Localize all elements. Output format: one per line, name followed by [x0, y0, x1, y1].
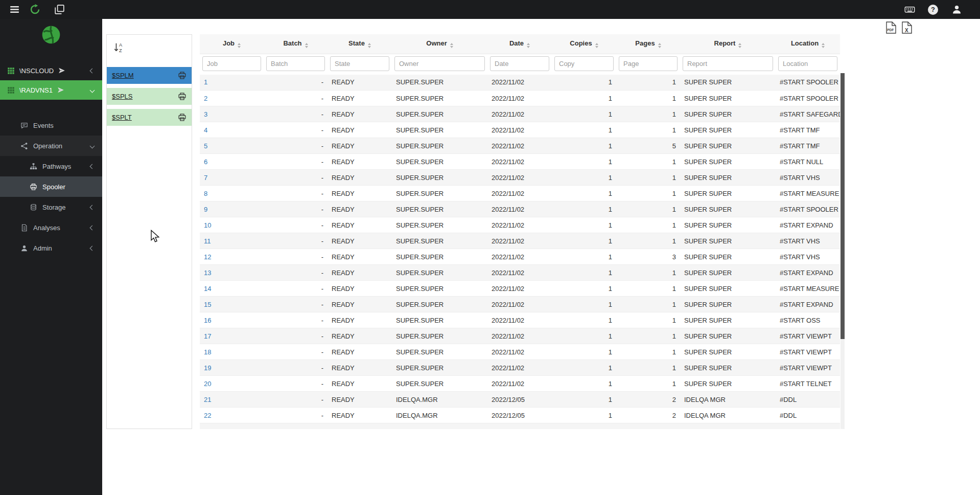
table-row[interactable]: 15-READYSUPER.SUPER2022/11/0211SUPER SUP…: [200, 297, 840, 312]
table-row[interactable]: 13-READYSUPER.SUPER2022/11/0211SUPER SUP…: [200, 265, 840, 281]
help-icon[interactable]: ?: [925, 0, 941, 19]
job-number-link[interactable]: 21: [204, 396, 211, 403]
cell-location: #START SPOOLER: [776, 91, 840, 106]
export-excel-button[interactable]: X: [901, 21, 913, 35]
table-row[interactable]: 7-READYSUPER.SUPER2022/11/0211SUPER SUPE…: [200, 170, 840, 186]
column-header-owner[interactable]: Owner: [392, 34, 487, 54]
table-row[interactable]: 2-READYSUPER.SUPER2022/11/0211SUPER SUPE…: [200, 91, 840, 106]
spooler-item-spls[interactable]: $SPLS: [107, 88, 192, 105]
sidebar-item-admin[interactable]: Admin: [0, 238, 102, 258]
filter-input-owner[interactable]: [394, 56, 485, 71]
job-number-link[interactable]: 22: [204, 412, 211, 419]
job-number-link[interactable]: 13: [204, 269, 211, 277]
spooler-label[interactable]: $SPLT: [112, 114, 132, 121]
cell-report: SUPER SUPER: [680, 138, 776, 154]
filter-input-location[interactable]: [778, 56, 837, 71]
sidebar-system-nscloud[interactable]: \NSCLOUD: [0, 61, 102, 80]
column-header-job[interactable]: Job: [200, 34, 264, 54]
user-icon[interactable]: [948, 0, 965, 19]
spooler-item-splm[interactable]: $SPLM: [107, 67, 192, 84]
filter-input-state[interactable]: [330, 56, 389, 71]
sort-arrows-icon: [450, 43, 453, 48]
filter-input-job[interactable]: [202, 56, 261, 71]
vertical-scrollbar[interactable]: [841, 73, 845, 429]
sidebar-item-storage[interactable]: Storage: [0, 197, 102, 217]
job-number-link[interactable]: 3: [204, 110, 207, 118]
menu-label: Storage: [42, 204, 66, 211]
spooler-label[interactable]: $SPLM: [112, 72, 134, 79]
job-number-link[interactable]: 17: [204, 332, 211, 340]
job-number-link[interactable]: 8: [204, 190, 207, 197]
spooler-label[interactable]: $SPLS: [112, 93, 132, 100]
column-header-batch[interactable]: Batch: [264, 34, 328, 54]
table-row[interactable]: 4-READYSUPER.SUPER2022/11/0211SUPER SUPE…: [200, 122, 840, 138]
sort-alpha-button[interactable]: A Z: [112, 41, 126, 55]
table-row[interactable]: 21-READYIDELQA.MGR2022/12/0512IDELQA MGR…: [200, 392, 840, 408]
sidebar-item-pathways[interactable]: Pathways: [0, 156, 102, 176]
table-row[interactable]: 19-READYSUPER.SUPER2022/11/0211SUPER SUP…: [200, 360, 840, 376]
filter-input-report[interactable]: [683, 56, 773, 71]
cell-owner: SUPER.SUPER: [392, 186, 487, 201]
cell-copies: 1: [552, 376, 616, 392]
table-row[interactable]: 16-READYSUPER.SUPER2022/11/0211SUPER SUP…: [200, 312, 840, 328]
filter-input-batch[interactable]: [266, 56, 325, 71]
sitemap-icon: [30, 163, 37, 170]
column-header-report[interactable]: Report: [680, 34, 776, 54]
table-row[interactable]: 14-READYSUPER.SUPER2022/11/0211SUPER SUP…: [200, 281, 840, 297]
column-header-pages[interactable]: Pages: [616, 34, 680, 54]
table-row[interactable]: 8-READYSUPER.SUPER2022/11/0211SUPER SUPE…: [200, 186, 840, 201]
scrollbar-thumb[interactable]: [841, 73, 845, 339]
cell-copies: 1: [552, 75, 616, 91]
sidebar-system-radvns1[interactable]: \RADVNS1: [0, 80, 102, 100]
column-header-state[interactable]: State: [328, 34, 392, 54]
filter-input-pages[interactable]: [619, 56, 678, 71]
windows-copy-icon[interactable]: [51, 0, 67, 19]
job-number-link[interactable]: 16: [204, 317, 211, 324]
sidebar-item-spooler[interactable]: Spooler: [0, 176, 102, 197]
menu-icon[interactable]: [6, 0, 22, 19]
filter-input-copies[interactable]: [554, 56, 614, 71]
job-number-link[interactable]: 18: [204, 348, 211, 356]
job-number-link[interactable]: 12: [204, 253, 211, 261]
job-number-link[interactable]: 15: [204, 301, 211, 308]
job-number-link[interactable]: 1: [204, 78, 207, 86]
column-header-location[interactable]: Location: [776, 34, 840, 54]
table-row[interactable]: 23-READYIDELQA.MGR2022/12/05112IDELQA MG…: [200, 423, 840, 430]
filter-input-date[interactable]: [490, 56, 549, 71]
table-row[interactable]: 11-READYSUPER.SUPER2022/11/0211SUPER SUP…: [200, 233, 840, 249]
table-row[interactable]: 22-READYIDELQA.MGR2022/12/0512IDELQA MGR…: [200, 408, 840, 423]
job-number-link[interactable]: 5: [204, 142, 207, 150]
job-number-link[interactable]: 14: [204, 285, 211, 292]
sidebar-item-analyses[interactable]: Analyses: [0, 217, 102, 238]
table-row[interactable]: 5-READYSUPER.SUPER2022/11/0215SUPER SUPE…: [200, 138, 840, 154]
column-header-copies[interactable]: Copies: [552, 34, 616, 54]
table-row[interactable]: 6-READYSUPER.SUPER2022/11/0211SUPER SUPE…: [200, 154, 840, 170]
job-number-link[interactable]: 7: [204, 174, 207, 182]
job-number-link[interactable]: 19: [204, 364, 211, 372]
table-row[interactable]: 1-READYSUPER.SUPER2022/11/0211SUPER SUPE…: [200, 75, 840, 91]
job-number-link[interactable]: 9: [204, 206, 207, 213]
sidebar-item-events[interactable]: Events: [0, 115, 102, 136]
job-number-link[interactable]: 2: [204, 95, 207, 102]
table-row[interactable]: 12-READYSUPER.SUPER2022/11/0213SUPER SUP…: [200, 249, 840, 265]
table-row[interactable]: 9-READYSUPER.SUPER2022/11/0211SUPER SUPE…: [200, 201, 840, 217]
table-row[interactable]: 18-READYSUPER.SUPER2022/11/0211SUPER SUP…: [200, 344, 840, 360]
cell-batch: -: [264, 170, 328, 186]
job-number-link[interactable]: 4: [204, 126, 207, 134]
column-header-date[interactable]: Date: [487, 34, 552, 54]
cell-state: READY: [328, 392, 392, 408]
spooler-item-splt[interactable]: $SPLT: [107, 109, 192, 126]
sidebar-item-operation[interactable]: Operation: [0, 136, 102, 156]
table-row[interactable]: 3-READYSUPER.SUPER2022/11/0211SUPER SUPE…: [200, 106, 840, 122]
job-number-link[interactable]: 11: [204, 237, 211, 245]
job-number-link[interactable]: 23: [204, 428, 211, 430]
table-row[interactable]: 17-READYSUPER.SUPER2022/11/0211SUPER SUP…: [200, 328, 840, 344]
job-number-link[interactable]: 6: [204, 158, 207, 166]
export-pdf-button[interactable]: PDF: [885, 21, 897, 35]
keyboard-icon[interactable]: [901, 0, 918, 19]
cell-job: 23: [200, 423, 264, 430]
job-number-link[interactable]: 20: [204, 380, 211, 388]
job-number-link[interactable]: 10: [204, 221, 211, 229]
table-row[interactable]: 10-READYSUPER.SUPER2022/11/0211SUPER SUP…: [200, 217, 840, 233]
table-row[interactable]: 20-READYSUPER.SUPER2022/11/0211SUPER SUP…: [200, 376, 840, 392]
